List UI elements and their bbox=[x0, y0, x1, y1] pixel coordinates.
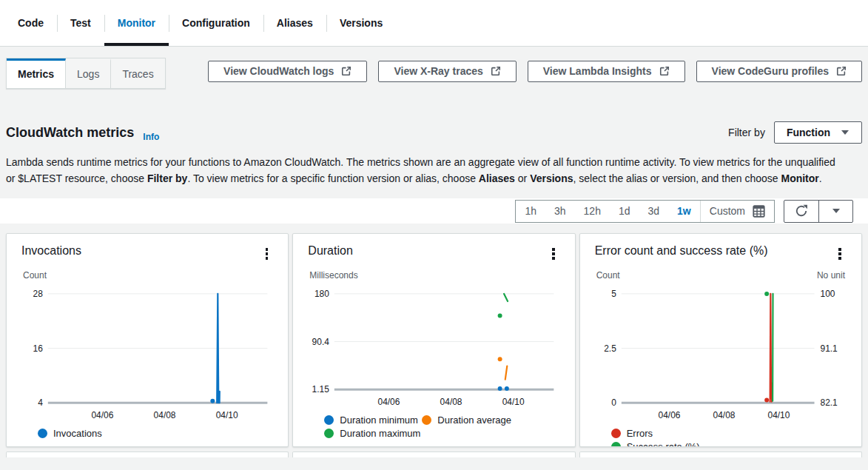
external-view-button[interactable]: View Lambda Insights bbox=[528, 61, 685, 82]
legend-label: Invocations bbox=[53, 428, 102, 439]
legend-item: Success rate (%) bbox=[611, 441, 741, 447]
time-range-options: 1h3h12h1d3d1w bbox=[516, 201, 699, 222]
legend-swatch bbox=[324, 415, 334, 425]
time-range-option[interactable]: 12h bbox=[575, 201, 610, 222]
x-tick-label: 04/08 bbox=[713, 410, 735, 420]
chart-canvas: 51002.591.1082.104/0604/0804/10 bbox=[595, 281, 847, 426]
right-tick-label: 91.1 bbox=[820, 343, 838, 353]
section-title: CloudWatch metrics bbox=[6, 125, 134, 141]
description-segment: , select the alias or version, and then … bbox=[573, 172, 781, 184]
left-tick-label: 90.4 bbox=[312, 336, 330, 346]
external-view-button-label: View CodeGuru profiles bbox=[712, 65, 829, 77]
refresh-icon bbox=[794, 204, 809, 218]
external-view-button[interactable]: View CodeGuru profiles bbox=[696, 61, 862, 82]
legend-swatch bbox=[422, 415, 431, 425]
custom-range-label: Custom bbox=[710, 205, 745, 217]
chart-options-kebab-icon[interactable] bbox=[260, 244, 274, 263]
series-Duration maximum bbox=[498, 293, 508, 318]
x-tick-label: 04/08 bbox=[154, 410, 176, 420]
left-tick-label: 4 bbox=[38, 397, 43, 408]
info-link[interactable]: Info bbox=[143, 132, 159, 144]
legend-swatch bbox=[611, 442, 621, 447]
monitor-subtab[interactable]: Logs bbox=[66, 58, 111, 88]
left-tick-label: 2.5 bbox=[604, 343, 616, 353]
charts-next-row bbox=[6, 451, 862, 457]
x-tick-label: 04/06 bbox=[91, 410, 113, 420]
description-segment: Monitor bbox=[781, 172, 818, 184]
chart-title: Invocations bbox=[21, 244, 81, 258]
header-tab[interactable]: Test bbox=[57, 0, 104, 46]
chart-canvas: 2816404/0604/0804/10 bbox=[21, 281, 273, 426]
filter-by-label: Filter by bbox=[728, 127, 765, 138]
chart-card: Duration Milliseconds 18090.41.1504/0604… bbox=[292, 233, 575, 447]
chart-title: Error count and success rate (%) bbox=[595, 244, 768, 258]
header-tab[interactable]: Aliases bbox=[263, 0, 326, 46]
external-view-button[interactable]: View X-Ray traces bbox=[378, 61, 516, 82]
time-range-option[interactable]: 1d bbox=[610, 201, 639, 222]
left-axis-unit-label: Count bbox=[23, 270, 47, 281]
external-link-icon bbox=[341, 66, 351, 76]
lambda-monitor-page: Code Test Monitor Configuration Aliases … bbox=[0, 0, 868, 457]
refresh-options-button[interactable] bbox=[818, 201, 852, 222]
filter-dropdown-value: Function bbox=[787, 127, 830, 138]
chevron-down-icon bbox=[832, 208, 841, 214]
header-tab[interactable]: Configuration bbox=[169, 0, 263, 46]
right-tick-label: 100 bbox=[820, 288, 835, 298]
header-tab[interactable]: Monitor bbox=[104, 0, 169, 46]
legend-item: Errors bbox=[611, 428, 741, 439]
legend-swatch bbox=[611, 429, 621, 438]
x-tick-label: 04/06 bbox=[378, 397, 400, 407]
time-range-option[interactable]: 3d bbox=[639, 201, 669, 222]
x-tick-label: 04/10 bbox=[767, 410, 790, 420]
legend-item: Duration average bbox=[422, 414, 519, 426]
time-range-toolbar: 1h3h12h1d3d1w Custom bbox=[0, 198, 868, 224]
chart-legend: Duration minimum Duration average Durati… bbox=[324, 414, 559, 439]
external-view-button-label: View Lambda Insights bbox=[543, 65, 652, 77]
chart-canvas: 18090.41.1504/0604/0804/10 bbox=[308, 281, 559, 413]
calendar-icon bbox=[753, 205, 765, 218]
right-axis-unit-label: No unit bbox=[817, 270, 845, 281]
chart-card: Invocations Count 2816404/0604/0804/10 I… bbox=[6, 233, 289, 447]
filter-dropdown[interactable]: Function bbox=[774, 121, 862, 144]
legend-label: Duration minimum bbox=[340, 414, 417, 426]
custom-range-button[interactable]: Custom bbox=[701, 205, 774, 218]
legend-swatch bbox=[324, 429, 334, 438]
header-tab-label: Aliases bbox=[277, 17, 313, 29]
left-tick-label: 16 bbox=[33, 343, 44, 353]
header-tab-label: Versions bbox=[340, 17, 383, 29]
chevron-down-icon bbox=[841, 130, 850, 135]
left-tick-label: 180 bbox=[314, 288, 329, 298]
chart-options-kebab-icon[interactable] bbox=[833, 244, 847, 263]
chart-card: Error count and success rate (%) Count N… bbox=[579, 233, 862, 447]
legend-label: Success rate (%) bbox=[627, 441, 700, 447]
series-Duration average bbox=[498, 357, 508, 379]
description-segment: Filter by bbox=[147, 172, 187, 184]
left-tick-label: 1.15 bbox=[312, 384, 330, 395]
header-tab-label: Test bbox=[70, 17, 91, 29]
time-range-option[interactable]: 1h bbox=[516, 201, 545, 222]
time-range-selector: 1h3h12h1d3d1w Custom bbox=[515, 200, 775, 223]
legend-label: Duration average bbox=[437, 414, 511, 426]
header-tab-label: Monitor bbox=[118, 17, 155, 29]
external-link-icon bbox=[491, 66, 501, 76]
header-tab[interactable]: Versions bbox=[326, 0, 396, 46]
description-segment: . To view metrics for a specific functio… bbox=[187, 172, 478, 184]
description-segment: or bbox=[515, 172, 530, 184]
legend-label: Duration maximum bbox=[340, 428, 420, 439]
legend-item: Duration minimum bbox=[324, 414, 422, 426]
header-tab[interactable]: Code bbox=[4, 0, 57, 46]
header-tab-label: Configuration bbox=[182, 17, 250, 29]
time-range-option[interactable]: 1w bbox=[668, 201, 700, 222]
external-view-button[interactable]: View CloudWatch logs bbox=[208, 61, 367, 82]
description-text: Lambda sends runtime metrics for your fu… bbox=[6, 154, 841, 187]
monitor-subtab[interactable]: Metrics bbox=[7, 58, 66, 88]
refresh-button[interactable] bbox=[784, 201, 818, 222]
next-row-chart-card-partial bbox=[292, 451, 575, 457]
external-view-button-label: View CloudWatch logs bbox=[223, 65, 334, 77]
monitor-subtab[interactable]: Traces bbox=[111, 58, 164, 88]
chart-options-kebab-icon[interactable] bbox=[547, 244, 560, 263]
left-axis-unit-label: Count bbox=[596, 270, 620, 281]
x-tick-label: 04/10 bbox=[502, 397, 525, 407]
external-view-button-label: View X-Ray traces bbox=[394, 65, 482, 77]
time-range-option[interactable]: 3h bbox=[545, 201, 575, 222]
